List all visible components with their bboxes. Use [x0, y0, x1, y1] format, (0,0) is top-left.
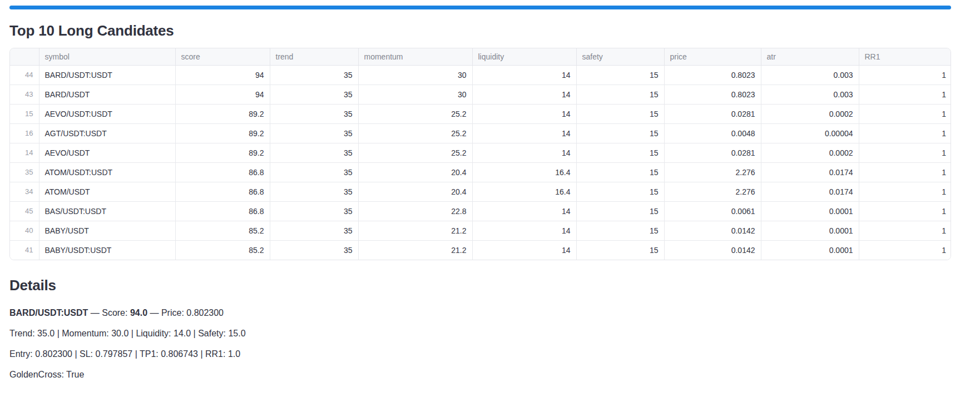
cell-atr[interactable]: 0.0174 [761, 182, 859, 201]
cell-safety[interactable]: 15 [576, 162, 664, 182]
col-header-liquidity[interactable]: liquidity [472, 48, 576, 65]
col-header-trend[interactable]: trend [270, 48, 358, 65]
cell-rr1[interactable]: 1 [859, 123, 951, 143]
cell-price[interactable]: 0.8023 [664, 65, 761, 85]
cell-rr1[interactable]: 1 [859, 65, 951, 85]
cell-momentum[interactable]: 30 [358, 85, 472, 104]
cell-row-index[interactable]: 15 [10, 104, 39, 123]
cell-trend[interactable]: 35 [270, 240, 358, 260]
cell-trend[interactable]: 35 [270, 201, 358, 221]
cell-trend[interactable]: 35 [270, 123, 358, 143]
cell-atr[interactable]: 0.00004 [761, 123, 859, 143]
col-header-momentum[interactable]: momentum [358, 48, 472, 65]
cell-momentum[interactable]: 20.4 [358, 162, 472, 182]
cell-price[interactable]: 0.0281 [664, 143, 761, 162]
cell-symbol[interactable]: ATOM/USDT:USDT [39, 162, 175, 182]
cell-safety[interactable]: 15 [576, 123, 664, 143]
cell-trend[interactable]: 35 [270, 65, 358, 85]
cell-symbol[interactable]: AEVO/USDT:USDT [39, 104, 175, 123]
cell-symbol[interactable]: BARD/USDT [39, 85, 175, 104]
cell-row-index[interactable]: 40 [10, 221, 39, 240]
cell-row-index[interactable]: 34 [10, 182, 39, 201]
cell-rr1[interactable]: 1 [859, 201, 951, 221]
cell-row-index[interactable]: 43 [10, 85, 39, 104]
cell-score[interactable]: 89.2 [175, 104, 270, 123]
cell-symbol[interactable]: BARD/USDT:USDT [39, 65, 175, 85]
cell-safety[interactable]: 15 [576, 104, 664, 123]
cell-symbol[interactable]: ATOM/USDT [39, 182, 175, 201]
cell-rr1[interactable]: 1 [859, 143, 951, 162]
cell-atr[interactable]: 0.0002 [761, 143, 859, 162]
cell-atr[interactable]: 0.003 [761, 65, 859, 85]
col-header-atr[interactable]: atr [761, 48, 859, 65]
cell-price[interactable]: 0.0061 [664, 201, 761, 221]
cell-momentum[interactable]: 30 [358, 65, 472, 85]
cell-atr[interactable]: 0.0174 [761, 162, 859, 182]
cell-rr1[interactable]: 1 [859, 240, 951, 260]
cell-row-index[interactable]: 16 [10, 123, 39, 143]
cell-liquidity[interactable]: 16.4 [472, 162, 576, 182]
cell-safety[interactable]: 15 [576, 85, 664, 104]
cell-symbol[interactable]: BAS/USDT:USDT [39, 201, 175, 221]
cell-momentum[interactable]: 25.2 [358, 123, 472, 143]
cell-safety[interactable]: 15 [576, 65, 664, 85]
cell-momentum[interactable]: 25.2 [358, 143, 472, 162]
cell-score[interactable]: 94 [175, 65, 270, 85]
cell-liquidity[interactable]: 14 [472, 104, 576, 123]
cell-liquidity[interactable]: 14 [472, 123, 576, 143]
cell-score[interactable]: 89.2 [175, 123, 270, 143]
cell-rr1[interactable]: 1 [859, 85, 951, 104]
cell-liquidity[interactable]: 16.4 [472, 182, 576, 201]
cell-score[interactable]: 85.2 [175, 240, 270, 260]
cell-momentum[interactable]: 21.2 [358, 221, 472, 240]
cell-row-index[interactable]: 45 [10, 201, 39, 221]
col-header-price[interactable]: price [664, 48, 761, 65]
cell-row-index[interactable]: 41 [10, 240, 39, 260]
cell-atr[interactable]: 0.0002 [761, 104, 859, 123]
cell-symbol[interactable]: AEVO/USDT [39, 143, 175, 162]
cell-score[interactable]: 94 [175, 85, 270, 104]
cell-price[interactable]: 2.276 [664, 182, 761, 201]
cell-atr[interactable]: 0.0001 [761, 240, 859, 260]
cell-rr1[interactable]: 1 [859, 104, 951, 123]
cell-liquidity[interactable]: 14 [472, 143, 576, 162]
cell-safety[interactable]: 15 [576, 221, 664, 240]
cell-liquidity[interactable]: 14 [472, 85, 576, 104]
cell-row-index[interactable]: 14 [10, 143, 39, 162]
cell-momentum[interactable]: 21.2 [358, 240, 472, 260]
cell-symbol[interactable]: BABY/USDT:USDT [39, 240, 175, 260]
cell-safety[interactable]: 15 [576, 143, 664, 162]
cell-score[interactable]: 86.8 [175, 162, 270, 182]
cell-safety[interactable]: 15 [576, 240, 664, 260]
cell-rr1[interactable]: 1 [859, 182, 951, 201]
col-header-rr1[interactable]: RR1 [859, 48, 951, 65]
col-header-score[interactable]: score [175, 48, 270, 65]
cell-row-index[interactable]: 44 [10, 65, 39, 85]
cell-score[interactable]: 86.8 [175, 182, 270, 201]
cell-momentum[interactable]: 20.4 [358, 182, 472, 201]
col-header-safety[interactable]: safety [576, 48, 664, 65]
cell-liquidity[interactable]: 14 [472, 240, 576, 260]
cell-atr[interactable]: 0.0001 [761, 221, 859, 240]
cell-trend[interactable]: 35 [270, 143, 358, 162]
cell-price[interactable]: 0.8023 [664, 85, 761, 104]
cell-trend[interactable]: 35 [270, 162, 358, 182]
col-header-index[interactable] [10, 48, 39, 65]
cell-score[interactable]: 86.8 [175, 201, 270, 221]
cell-price[interactable]: 0.0142 [664, 240, 761, 260]
col-header-symbol[interactable]: symbol [39, 48, 175, 65]
cell-score[interactable]: 85.2 [175, 221, 270, 240]
cell-safety[interactable]: 15 [576, 182, 664, 201]
cell-momentum[interactable]: 25.2 [358, 104, 472, 123]
cell-symbol[interactable]: BABY/USDT [39, 221, 175, 240]
cell-liquidity[interactable]: 14 [472, 221, 576, 240]
cell-row-index[interactable]: 35 [10, 162, 39, 182]
cell-safety[interactable]: 15 [576, 201, 664, 221]
cell-atr[interactable]: 0.0001 [761, 201, 859, 221]
cell-price[interactable]: 2.276 [664, 162, 761, 182]
cell-liquidity[interactable]: 14 [472, 201, 576, 221]
cell-trend[interactable]: 35 [270, 182, 358, 201]
cell-trend[interactable]: 35 [270, 221, 358, 240]
cell-score[interactable]: 89.2 [175, 143, 270, 162]
cell-price[interactable]: 0.0048 [664, 123, 761, 143]
